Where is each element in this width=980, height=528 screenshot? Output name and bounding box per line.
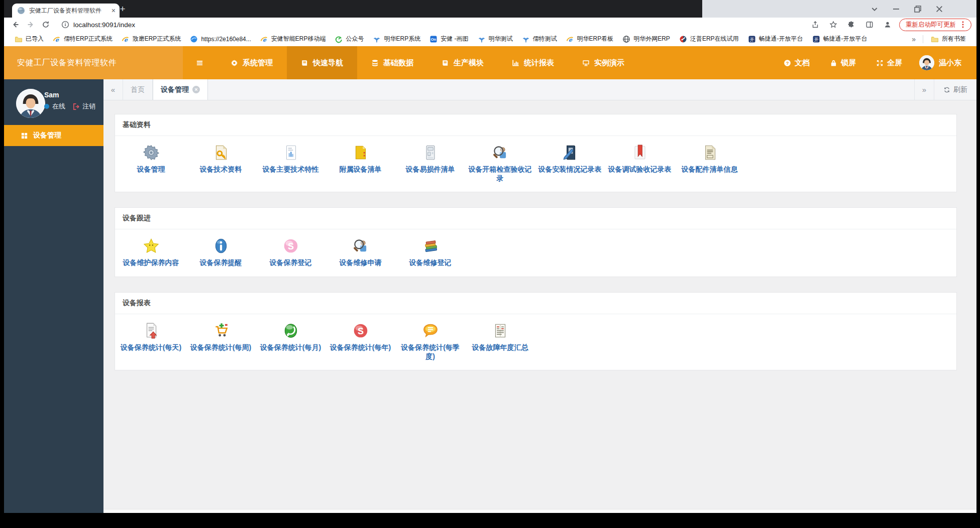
launcher-item[interactable]: 设备维护保养内容 xyxy=(116,236,186,267)
page-tabbar: « 首页设备管理× » 刷新 xyxy=(103,79,976,100)
header-user-menu[interactable]: 温小东 xyxy=(912,46,976,79)
launcher-item[interactable]: S设备保养登记 xyxy=(256,236,325,267)
share-icon[interactable] xyxy=(809,19,822,31)
launcher-item[interactable]: 设备安装情况记录表 xyxy=(535,143,605,183)
url-text[interactable]: localhost:9091/index xyxy=(73,21,135,29)
all-bookmarks-button[interactable]: 所有书签 xyxy=(926,33,970,45)
reload-icon[interactable] xyxy=(39,19,52,31)
header-action-文档[interactable]: ?文档 xyxy=(774,46,820,79)
nav-item-实例演示[interactable]: 实例演示 xyxy=(568,46,638,79)
tabs-scroll-right-icon[interactable]: » xyxy=(914,79,934,100)
nav-item-基础数据[interactable]: 基础数据 xyxy=(357,46,427,79)
launcher-item[interactable]: 设备维修申请 xyxy=(325,236,395,267)
restore-icon xyxy=(914,5,922,13)
bookmark-item[interactable]: 明华外网ERP xyxy=(618,33,675,45)
page-tab-首页[interactable]: 首页 xyxy=(123,79,153,100)
bookmark-item[interactable]: On安健 -画图 xyxy=(425,33,473,45)
panel-title: 设备跟进 xyxy=(115,208,956,229)
browser-menu-icon[interactable] xyxy=(959,21,967,29)
header-action-label: 文档 xyxy=(795,58,810,68)
all-bookmarks-label: 所有书签 xyxy=(942,35,966,43)
update-label: 重新启动即可更新 xyxy=(906,21,956,29)
launcher-item[interactable]: 设备保养统计(每月) xyxy=(256,321,325,361)
book-icon xyxy=(301,59,308,67)
launcher-item[interactable]: 设备保养统计(每周) xyxy=(186,321,256,361)
bookmark-item[interactable]: 明华ERP系统 xyxy=(368,33,425,45)
sidebar-toggle-button[interactable] xyxy=(183,46,216,79)
profile-icon[interactable] xyxy=(881,19,894,31)
header-action-锁屏[interactable]: 锁屏 xyxy=(820,46,866,79)
url-bar[interactable]: localhost:9091/index xyxy=(61,21,807,29)
launcher-label: 设备保养提醒 xyxy=(200,258,242,267)
bookmark-item[interactable]: 明华测试 xyxy=(473,33,517,45)
tabs-scroll-left-icon[interactable]: « xyxy=(103,79,123,100)
launcher-item[interactable]: 设备易损件清单 xyxy=(395,143,465,183)
logout-button[interactable]: 注销 xyxy=(72,102,95,111)
forward-icon[interactable] xyxy=(24,19,37,31)
launcher-item[interactable]: 设备保养统计(每季度) xyxy=(395,321,465,361)
browser-tab[interactable]: 安健工厂设备资料管理软件 × xyxy=(12,4,120,18)
launcher-item[interactable]: 设备开箱检查验收记录 xyxy=(465,143,535,183)
bookmark-item[interactable]: e明华ERP看板 xyxy=(562,33,618,45)
browser-titlebar: 安健工厂设备资料管理软件 × + xyxy=(4,0,976,18)
bookmark-item[interactable]: 儒特测试 xyxy=(517,33,562,45)
star-icon xyxy=(143,236,160,254)
tab-close-icon[interactable]: × xyxy=(112,7,116,14)
sidebar-item-设备管理[interactable]: 设备管理 xyxy=(4,125,103,146)
bookmark-item[interactable]: 泛普ERP在线试用 xyxy=(675,33,743,45)
bookmark-star-icon[interactable] xyxy=(827,19,840,31)
logout-label: 注销 xyxy=(82,102,95,111)
bookmark-red-icon xyxy=(631,143,648,161)
launcher-item[interactable]: 设备故障年度汇总 xyxy=(465,321,535,361)
launcher-item[interactable]: 设备保养统计(每天) xyxy=(116,321,186,361)
launcher-item[interactable]: 设备维修登记 xyxy=(395,236,465,267)
close-button[interactable] xyxy=(935,5,943,13)
bookmarks-overflow-icon[interactable]: » xyxy=(908,35,920,43)
launcher-item[interactable]: 设备管理 xyxy=(116,143,186,183)
nav-item-生产模块[interactable]: 生产模块 xyxy=(427,46,498,79)
tab-close-icon[interactable]: × xyxy=(192,86,200,93)
ie-icon: e xyxy=(53,35,61,43)
bookmark-item[interactable]: e致磨ERP正式系统 xyxy=(117,33,186,45)
page-info-icon[interactable] xyxy=(61,21,69,29)
launcher-item[interactable]: 附属设备清单 xyxy=(325,143,395,183)
header-action-全屏[interactable]: 全屏 xyxy=(866,46,912,79)
restore-button[interactable] xyxy=(914,5,922,13)
back-icon[interactable] xyxy=(9,19,22,31)
chevron-down-icon xyxy=(870,5,879,13)
launcher-item[interactable]: S设备保养统计(每年) xyxy=(325,321,395,361)
nav-item-系统管理[interactable]: 系统管理 xyxy=(216,46,287,79)
svg-text:e: e xyxy=(124,36,128,43)
panel-设备报表: 设备报表设备保养统计(每天)设备保养统计(每周)设备保养统计(每月)S设备保养统… xyxy=(115,292,957,370)
page-tab-设备管理[interactable]: 设备管理× xyxy=(153,79,208,100)
new-tab-button[interactable]: + xyxy=(117,3,129,15)
bookmark-item[interactable]: e儒特ERP正式系统 xyxy=(48,33,117,45)
lock-icon xyxy=(830,59,837,67)
bookmark-item[interactable]: 公众号 xyxy=(330,33,368,45)
bookmark-item[interactable]: e安健智能ERP移动端 xyxy=(256,33,331,45)
app-logo[interactable]: 安健工厂设备资料管理软件 xyxy=(4,46,183,79)
minimize-button[interactable] xyxy=(892,5,900,13)
content-area: 基础资料设备管理设备技术资料设备主要技术特性附属设备清单设备易损件清单设备开箱检… xyxy=(103,100,976,513)
launcher-item[interactable]: 设备主要技术特性 xyxy=(256,143,325,183)
user-avatar[interactable] xyxy=(16,89,45,118)
nav-item-统计报表[interactable]: 统计报表 xyxy=(498,46,568,79)
svg-text:S: S xyxy=(357,326,363,336)
chevron-down-button[interactable] xyxy=(870,5,879,13)
svg-text:S: S xyxy=(287,241,293,251)
refresh-button[interactable]: 刷新 xyxy=(934,79,976,100)
bookmark-item[interactable]: https://2e160e84... xyxy=(185,34,255,45)
sidebar-user-name: Sam xyxy=(44,91,59,99)
chrome-update-button[interactable]: 重新启动即可更新 xyxy=(899,19,971,31)
extensions-icon[interactable] xyxy=(845,19,858,31)
launcher-item[interactable]: 设备技术资料 xyxy=(186,143,256,183)
bookmark-item[interactable]: 已导入 xyxy=(10,33,48,45)
launcher-item[interactable]: 设备调试验收记录表 xyxy=(605,143,675,183)
launcher-item[interactable]: 设备配件清单信息 xyxy=(675,143,744,183)
nav-item-快速导航[interactable]: 快速导航 xyxy=(287,46,357,79)
bookmark-item[interactable]: 开畅捷通-开放平台 xyxy=(808,33,872,45)
launcher-item[interactable]: 设备保养提醒 xyxy=(186,236,256,267)
panel-body: 设备管理设备技术资料设备主要技术特性附属设备清单设备易损件清单设备开箱检查验收记… xyxy=(115,136,956,192)
side-panel-icon[interactable] xyxy=(863,19,876,31)
bookmark-item[interactable]: 开畅捷通-开放平台 xyxy=(743,33,808,45)
